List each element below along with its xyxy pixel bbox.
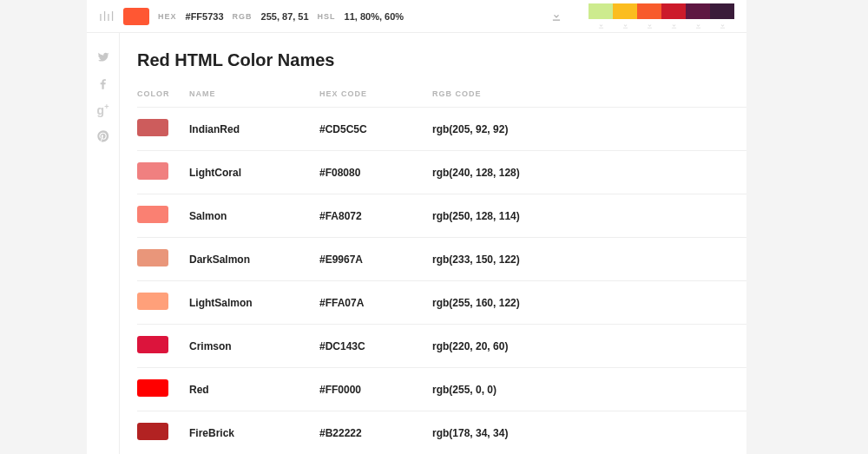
googleplus-icon[interactable]: g+	[97, 102, 109, 117]
table-row[interactable]: FireBrick#B22222rgb(178, 34, 34)	[137, 411, 746, 455]
palette-download-icon[interactable]	[646, 22, 654, 30]
row-name: IndianRed	[189, 108, 319, 151]
row-hex: #E9967A	[319, 238, 432, 281]
rgb-value: 255, 87, 51	[261, 11, 309, 22]
hsl-value: 11, 80%, 60%	[345, 11, 404, 22]
row-rgb: rgb(178, 34, 34)	[432, 411, 746, 455]
palette-download-icon[interactable]	[597, 22, 605, 30]
row-name: FireBrick	[189, 411, 319, 455]
hsl-label: HSL	[318, 12, 336, 21]
palette-download-icon[interactable]	[670, 22, 678, 30]
table-row[interactable]: Salmon#FA8072rgb(250, 128, 114)	[137, 194, 746, 238]
palette-swatch[interactable]	[661, 3, 686, 19]
table-row[interactable]: Red#FF0000rgb(255, 0, 0)	[137, 368, 746, 411]
palette-download-icon[interactable]	[719, 22, 727, 30]
palette	[589, 3, 734, 30]
row-rgb: rgb(255, 0, 0)	[432, 368, 746, 411]
stats-icon[interactable]: ılıl	[99, 10, 115, 23]
palette-swatch[interactable]	[613, 3, 637, 19]
social-share: g+	[87, 33, 120, 454]
row-name: DarkSalmon	[189, 238, 319, 281]
download-icon[interactable]	[550, 10, 562, 23]
palette-swatch[interactable]	[589, 3, 613, 19]
twitter-icon[interactable]	[96, 50, 110, 64]
pinterest-icon[interactable]	[96, 129, 110, 143]
facebook-icon[interactable]	[96, 76, 110, 90]
palette-item[interactable]	[589, 3, 613, 30]
row-swatch	[137, 206, 168, 223]
table-row[interactable]: LightSalmon#FFA07Argb(255, 160, 122)	[137, 281, 746, 325]
table-row[interactable]: IndianRed#CD5C5Crgb(205, 92, 92)	[137, 108, 746, 151]
row-rgb: rgb(233, 150, 122)	[432, 238, 746, 281]
row-swatch	[137, 293, 168, 310]
th-hex: HEX CODE	[319, 84, 432, 108]
row-hex: #FA8072	[319, 194, 432, 238]
hex-value: #FF5733	[186, 11, 224, 22]
th-rgb: RGB CODE	[432, 84, 746, 108]
row-rgb: rgb(240, 128, 128)	[432, 151, 746, 194]
row-swatch	[137, 119, 168, 136]
palette-item[interactable]	[661, 3, 686, 30]
row-swatch	[137, 379, 168, 397]
row-swatch	[137, 249, 168, 266]
color-table-body: IndianRed#CD5C5Crgb(205, 92, 92)LightCor…	[137, 108, 746, 455]
row-name: Salmon	[189, 194, 319, 238]
table-row[interactable]: Crimson#DC143Crgb(220, 20, 60)	[137, 325, 746, 368]
palette-item[interactable]	[613, 3, 637, 30]
row-rgb: rgb(250, 128, 114)	[432, 194, 746, 238]
row-name: LightSalmon	[189, 281, 319, 325]
row-name: Crimson	[189, 325, 319, 368]
color-table: COLOR NAME HEX CODE RGB CODE IndianRed#C…	[137, 84, 746, 454]
page-title: Red HTML Color Names	[137, 50, 746, 70]
row-rgb: rgb(220, 20, 60)	[432, 325, 746, 368]
main-content: Red HTML Color Names COLOR NAME HEX CODE…	[120, 33, 746, 454]
palette-swatch[interactable]	[710, 3, 734, 19]
row-swatch	[137, 336, 168, 353]
main-color-swatch[interactable]	[123, 8, 149, 25]
palette-item[interactable]	[686, 3, 710, 30]
row-rgb: rgb(255, 160, 122)	[432, 281, 746, 325]
hex-label: HEX	[158, 12, 177, 21]
row-hex: #DC143C	[319, 325, 432, 368]
palette-swatch[interactable]	[637, 3, 661, 19]
th-name: NAME	[189, 84, 319, 108]
palette-download-icon[interactable]	[621, 22, 629, 30]
topbar: ılıl HEX #FF5733 RGB 255, 87, 51 HSL 11,…	[87, 0, 746, 33]
row-swatch	[137, 423, 168, 440]
row-hex: #CD5C5C	[319, 108, 432, 151]
rgb-label: RGB	[233, 12, 253, 21]
row-hex: #FFA07A	[319, 281, 432, 325]
row-hex: #B22222	[319, 411, 432, 455]
row-name: LightCoral	[189, 151, 319, 194]
palette-item[interactable]	[710, 3, 734, 30]
table-row[interactable]: DarkSalmon#E9967Argb(233, 150, 122)	[137, 238, 746, 281]
row-hex: #FF0000	[319, 368, 432, 411]
palette-swatch[interactable]	[686, 3, 710, 19]
row-hex: #F08080	[319, 151, 432, 194]
th-color: COLOR	[137, 84, 189, 108]
row-swatch	[137, 162, 168, 180]
palette-item[interactable]	[637, 3, 661, 30]
palette-download-icon[interactable]	[694, 22, 702, 30]
table-row[interactable]: LightCoral#F08080rgb(240, 128, 128)	[137, 151, 746, 194]
row-rgb: rgb(205, 92, 92)	[432, 108, 746, 151]
row-name: Red	[189, 368, 319, 411]
